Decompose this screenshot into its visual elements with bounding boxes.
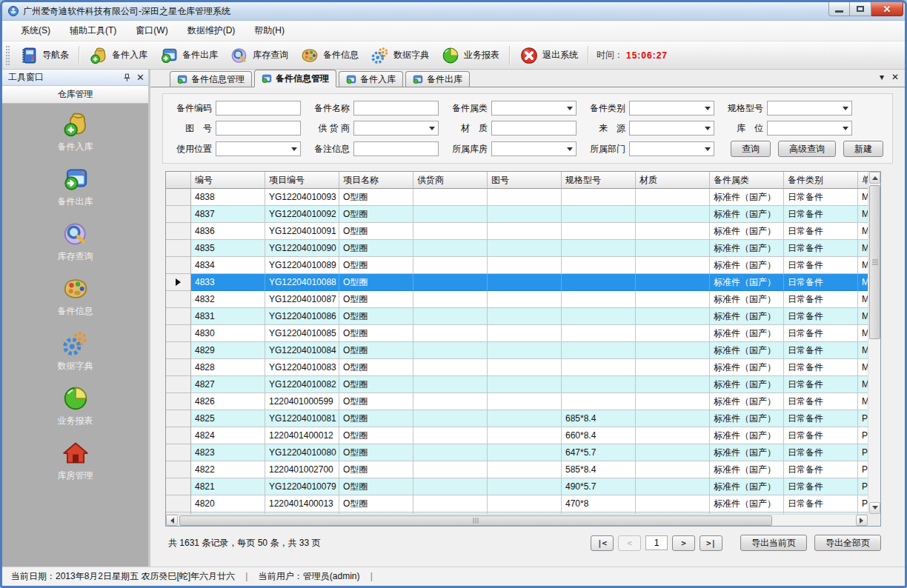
grid-column-header[interactable]: 材质 bbox=[636, 172, 710, 189]
scroll-left-button[interactable] bbox=[166, 515, 178, 526]
field-input[interactable] bbox=[491, 121, 577, 136]
title-bar[interactable]: 广州爱奇迪软件科技有限公司-深田之星仓库管理系统 ✕ bbox=[2, 2, 905, 21]
sidebar-item-data-dictionary[interactable]: 数据字典 bbox=[58, 330, 93, 372]
field-label: 材 质 bbox=[443, 122, 488, 135]
table-row[interactable]: 4835YG12204010090O型圈标准件（国产）日常备件M bbox=[166, 240, 881, 257]
pin-icon[interactable] bbox=[122, 73, 132, 83]
field-dropdown[interactable] bbox=[629, 101, 714, 116]
field-dropdown[interactable] bbox=[216, 141, 301, 156]
tab-4[interactable]: 备件出库 bbox=[405, 71, 470, 87]
new-button[interactable]: 新建 bbox=[843, 141, 883, 157]
sidebar-close-icon[interactable]: ✕ bbox=[136, 73, 144, 82]
grid-column-header[interactable]: 备件类别 bbox=[784, 172, 858, 189]
table-row[interactable]: 4825YG12204010081O型圈685*8.4标准件（国产）日常备件PC bbox=[166, 410, 881, 427]
table-row[interactable]: 48201220401400013O型圈470*8标准件（国产）日常备件PC bbox=[166, 495, 881, 512]
grid-column-header[interactable]: 图号 bbox=[488, 172, 562, 189]
sidebar-header: 工具窗口 ✕ bbox=[2, 70, 148, 86]
toolbar-button-label: 备件入库 bbox=[112, 49, 147, 61]
export-all-pages-button[interactable]: 导出全部页 bbox=[814, 535, 881, 551]
sidebar-item-warehouse[interactable]: 库房管理 bbox=[58, 439, 93, 482]
table-cell: 660*8.4 bbox=[562, 427, 636, 444]
field-dropdown[interactable] bbox=[629, 141, 714, 156]
toolbar-button-6[interactable]: 数据字典 bbox=[365, 44, 435, 67]
scroll-up-button[interactable] bbox=[869, 172, 880, 184]
field-dropdown[interactable] bbox=[491, 141, 577, 156]
table-row[interactable]: 4834YG12204010089O型圈标准件（国产）日常备件M bbox=[166, 257, 881, 274]
page-number-input[interactable] bbox=[645, 535, 668, 550]
field-dropdown[interactable] bbox=[491, 101, 577, 116]
advanced-query-button[interactable]: 高级查询 bbox=[778, 141, 836, 157]
scroll-right-button[interactable] bbox=[856, 515, 868, 526]
query-button[interactable]: 查询 bbox=[731, 141, 771, 157]
menu-item[interactable]: 帮助(H) bbox=[245, 21, 294, 41]
sidebar-item-part-outbound[interactable]: 备件出库 bbox=[58, 165, 93, 208]
grid-column-header[interactable]: 项目编号 bbox=[265, 172, 339, 189]
previous-page-button[interactable]: < bbox=[618, 535, 641, 551]
grid-column-header[interactable]: 供货商 bbox=[413, 172, 488, 189]
table-row[interactable]: 4831YG12204010086O型圈标准件（国产）日常备件M bbox=[166, 308, 881, 325]
toolbar-button-7[interactable]: 业务报表 bbox=[435, 44, 505, 67]
grid-column-header[interactable]: 规格型号 bbox=[562, 172, 636, 189]
grid-column-header[interactable]: 备件属类 bbox=[710, 172, 784, 189]
table-row[interactable]: 48221220401002700O型圈585*8.4标准件（国产）日常备件PC bbox=[166, 461, 881, 478]
table-row[interactable]: 4832YG12204010087O型圈标准件（国产）日常备件M bbox=[166, 291, 881, 308]
toolbar-button-3[interactable]: 备件出库 bbox=[153, 44, 224, 67]
field-input[interactable] bbox=[216, 101, 301, 116]
toolbar-button-8[interactable]: 退出系统 bbox=[514, 44, 584, 67]
table-row[interactable]: 4838YG12204010093O型圈标准件（国产）日常备件M bbox=[166, 189, 881, 206]
tab-1[interactable]: 备件信息管理 bbox=[170, 71, 252, 87]
tab-2[interactable]: 备件信息管理 bbox=[254, 70, 336, 87]
field-input[interactable] bbox=[353, 141, 439, 156]
vertical-scroll-thumb[interactable] bbox=[869, 185, 880, 339]
table-cell: 585*8.4 bbox=[562, 461, 636, 478]
table-row[interactable]: 4829YG12204010084O型圈标准件（国产）日常备件M bbox=[166, 342, 881, 359]
field-dropdown[interactable] bbox=[629, 121, 714, 136]
table-row[interactable]: 4830YG12204010085O型圈标准件（国产）日常备件M bbox=[166, 325, 881, 342]
sidebar-item-part-info[interactable]: 备件信息 bbox=[58, 275, 93, 318]
sidebar-item-business-report[interactable]: 业务报表 bbox=[58, 384, 93, 427]
sidebar-item-part-inbound[interactable]: 备件入库 bbox=[58, 110, 93, 153]
vertical-scrollbar[interactable] bbox=[868, 172, 880, 514]
field-dropdown[interactable] bbox=[767, 101, 852, 116]
table-row[interactable]: 4823YG12204010080O型圈647*5.7标准件（国产）日常备件PC bbox=[166, 444, 881, 461]
field-dropdown[interactable] bbox=[767, 121, 852, 136]
menu-item[interactable]: 窗口(W) bbox=[126, 21, 177, 41]
last-page-button[interactable]: >| bbox=[700, 535, 722, 551]
toolbar-button-5[interactable]: 备件信息 bbox=[294, 44, 365, 67]
export-current-page-button[interactable]: 导出当前页 bbox=[740, 535, 807, 551]
table-row[interactable]: 48241220401400012O型圈660*8.4标准件（国产）日常备件PC bbox=[166, 427, 881, 444]
grid-column-header[interactable]: 项目名称 bbox=[339, 172, 413, 189]
toolbar-button-2[interactable]: 备件入库 bbox=[83, 44, 153, 67]
field-input[interactable] bbox=[353, 101, 439, 116]
table-row[interactable]: 48261220401000599O型圈标准件（国产）日常备件M bbox=[166, 393, 881, 410]
toolbar-grip-handle[interactable] bbox=[6, 46, 10, 65]
table-row[interactable]: 4836YG12204010091O型圈标准件（国产）日常备件M bbox=[166, 223, 881, 240]
grid-column-header[interactable]: 编号 bbox=[191, 172, 265, 189]
table-row[interactable]: 4833YG12204010088O型圈标准件（国产）日常备件M bbox=[166, 274, 881, 291]
toolbar-button-1[interactable]: 导航条 bbox=[13, 44, 75, 67]
tab-close-icon[interactable]: ✕ bbox=[891, 73, 899, 81]
table-row[interactable]: 4828YG12204010083O型圈标准件（国产）日常备件M bbox=[166, 359, 881, 376]
horizontal-scrollbar[interactable] bbox=[166, 514, 868, 526]
maximize-button[interactable] bbox=[850, 2, 871, 16]
toolbar-button-4[interactable]: 库存查询 bbox=[224, 44, 294, 67]
tab-scroll-icon[interactable]: ▾ bbox=[880, 73, 884, 81]
horizontal-scroll-thumb[interactable] bbox=[179, 515, 772, 526]
menu-item[interactable]: 系统(S) bbox=[11, 21, 60, 41]
table-row[interactable]: 4821YG12204010079O型圈490*5.7标准件（国产）日常备件PC bbox=[166, 478, 881, 495]
tab-3[interactable]: 备件入库 bbox=[339, 71, 403, 87]
close-button[interactable]: ✕ bbox=[871, 2, 903, 16]
table-row[interactable]: 4837YG12204010092O型圈标准件（国产）日常备件M bbox=[166, 206, 881, 223]
minimize-button[interactable] bbox=[828, 2, 850, 16]
table-row[interactable]: 4827YG12204010082O型圈标准件（国产）日常备件M bbox=[166, 376, 881, 393]
next-page-button[interactable]: > bbox=[672, 535, 695, 551]
table-cell bbox=[488, 444, 562, 461]
field-input[interactable] bbox=[216, 121, 301, 136]
menu-item[interactable]: 数据维护(D) bbox=[178, 21, 245, 41]
first-page-button[interactable]: |< bbox=[591, 535, 614, 551]
menu-item[interactable]: 辅助工具(T) bbox=[60, 21, 126, 41]
sidebar-item-stock-query[interactable]: 库存查询 bbox=[58, 220, 93, 263]
field-dropdown[interactable] bbox=[353, 121, 439, 136]
scroll-down-button[interactable] bbox=[869, 502, 880, 514]
table-cell: 标准件（国产） bbox=[710, 257, 784, 274]
